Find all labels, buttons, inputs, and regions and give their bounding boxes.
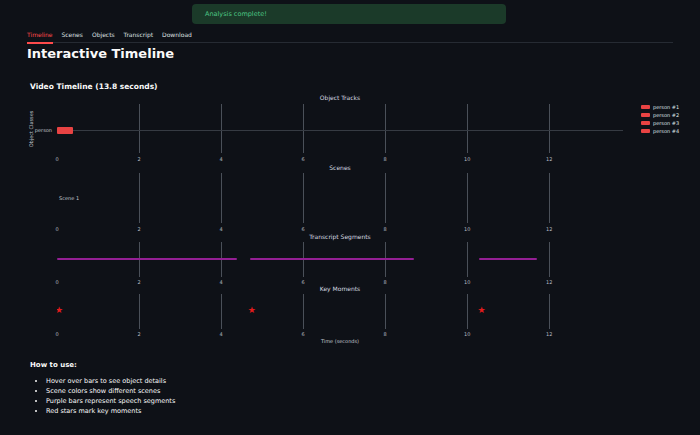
panel-plot-area: Scene 1 [57,173,623,223]
x-axis-title: Time (seconds) [57,338,623,344]
gridline [549,173,550,223]
x-tick-label: 6 [301,331,304,337]
how-to-use-section: How to use: Hover over bars to see objec… [30,361,175,416]
legend-swatch [641,113,650,117]
gridline [385,173,386,223]
gridline [385,104,386,153]
how-to-use-item: Scene colors show different scenes [46,386,175,396]
subplot-title: Scenes [57,164,623,171]
legend-item[interactable]: person #3 [641,119,679,127]
gridline [221,173,222,223]
panel-plot-area [57,242,623,277]
x-tick-label: 0 [55,156,58,162]
x-tick-label: 10 [464,226,470,232]
how-to-use-item: Red stars mark key moments [46,406,175,416]
transcript-segment-bar[interactable] [250,258,414,260]
legend-swatch [641,105,650,109]
gridline [467,242,468,277]
subplot-title: Key Moments [57,285,623,292]
x-tick-label: 0 [55,226,58,232]
legend-label: person #3 [653,120,679,126]
gridline [303,104,304,153]
gridline [221,104,222,153]
x-tick-label: 6 [301,156,304,162]
how-to-use-item: Hover over bars to see object details [46,376,175,386]
x-tick-label: 4 [219,331,222,337]
category-gridline [57,130,623,131]
panel-plot-area: ★★★ [57,294,623,329]
legend-label: person #2 [653,112,679,118]
how-to-use-title: How to use: [30,361,175,369]
gridline [303,294,304,329]
panel-plot-area [57,104,623,153]
x-tick-label: 10 [464,331,470,337]
gridline [139,294,140,329]
gridline [467,173,468,223]
transcript-segment-bar[interactable] [479,258,536,260]
gridline [549,294,550,329]
legend-swatch [641,129,650,133]
gridline [385,294,386,329]
x-tick-label: 8 [384,226,387,232]
gridline [303,173,304,223]
x-tick-label: 12 [546,331,552,337]
key-moment-star[interactable]: ★ [248,306,256,315]
x-tick-label: 10 [464,156,470,162]
legend-label: person #1 [653,104,679,110]
legend-item[interactable]: person #4 [641,127,679,135]
key-moment-star[interactable]: ★ [57,306,63,315]
gridline [549,242,550,277]
x-tick-label: 0 [55,331,58,337]
x-tick-label: 8 [384,156,387,162]
x-tick-label: 8 [384,331,387,337]
legend-swatch [641,121,650,125]
key-moment-star[interactable]: ★ [477,306,485,315]
gridline [221,294,222,329]
y-tick-label: person [0,127,52,133]
timeline-chart: Object Tracks024681012Object Classespers… [0,0,700,350]
legend-item[interactable]: person #2 [641,111,679,119]
object-track-bar[interactable] [57,127,73,134]
x-tick-label: 2 [137,226,140,232]
legend-label: person #4 [653,128,679,134]
scene-annotation: Scene 1 [59,195,79,201]
how-to-use-list: Hover over bars to see object details Sc… [30,376,175,416]
gridline [139,173,140,223]
x-tick-label: 4 [219,156,222,162]
x-tick-label: 12 [546,226,552,232]
gridline [467,294,468,329]
gridline [467,104,468,153]
x-tick-label: 2 [137,331,140,337]
transcript-segment-bar[interactable] [57,258,237,260]
subplot-title: Transcript Segments [57,233,623,240]
gridline [549,104,550,153]
subplot-title: Object Tracks [57,94,623,101]
x-tick-label: 6 [301,226,304,232]
how-to-use-item: Purple bars represent speech segments [46,396,175,406]
x-tick-label: 12 [546,156,552,162]
x-tick-label: 4 [219,226,222,232]
legend-item[interactable]: person #1 [641,103,679,111]
x-tick-label: 2 [137,156,140,162]
gridline [139,104,140,153]
chart-legend: person #1person #2person #3person #4 [641,103,679,135]
